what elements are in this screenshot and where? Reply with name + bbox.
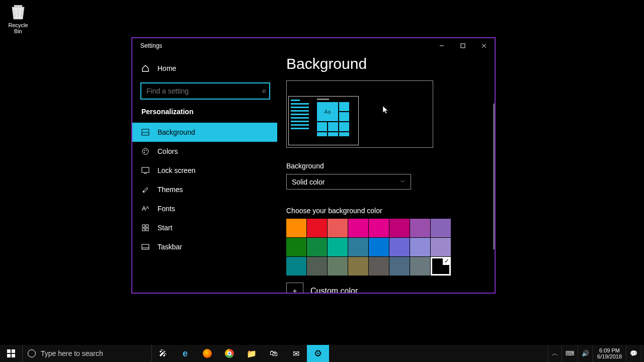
sidebar-item-label: Colors [157, 147, 178, 155]
sidebar-item-label: Fonts [157, 205, 175, 213]
color-swatch[interactable] [307, 219, 327, 237]
start-button[interactable] [0, 345, 22, 362]
close-button[interactable] [473, 38, 495, 53]
svg-rect-22 [12, 354, 15, 357]
svg-rect-14 [146, 225, 148, 227]
window-title: Settings [140, 42, 162, 49]
color-swatch[interactable] [286, 257, 306, 276]
picture-icon [141, 129, 149, 136]
svg-point-7 [144, 150, 145, 151]
taskbar-app-firefox[interactable] [196, 345, 218, 362]
sidebar-item-fonts[interactable]: AA Fonts [132, 199, 277, 218]
system-tray: ︿ ⌨ 🔊 6:09 PM 6/19/2018 💬 [548, 345, 644, 362]
sidebar-item-themes[interactable]: Themes [132, 180, 277, 199]
sidebar-item-taskbar[interactable]: Taskbar [132, 237, 277, 256]
search-input[interactable] [140, 82, 270, 100]
desktop-icon-recycle-bin[interactable]: Recycle Bin [4, 3, 32, 34]
color-swatch[interactable] [348, 238, 368, 256]
color-swatch[interactable] [328, 257, 348, 276]
show-desktop-button[interactable] [641, 345, 644, 362]
page-title: Background [286, 55, 495, 72]
recycle-bin-label: Recycle Bin [4, 22, 32, 34]
tray-clock[interactable]: 6:09 PM 6/19/2018 [593, 345, 626, 362]
color-swatch[interactable] [389, 238, 410, 256]
store-icon: 🛍︎ [270, 349, 278, 358]
color-swatch[interactable] [369, 219, 389, 237]
color-swatch[interactable] [286, 238, 306, 256]
background-type-dropdown[interactable]: Solid color ﹀ [286, 174, 411, 190]
color-swatch[interactable] [286, 219, 306, 237]
svg-rect-5 [142, 129, 149, 135]
keyboard-icon: ⌨ [566, 350, 574, 357]
scrollbar[interactable] [493, 104, 495, 249]
taskbar-app-store[interactable]: 🛍︎ [263, 345, 285, 362]
sidebar-item-colors[interactable]: Colors [132, 142, 277, 161]
gear-icon: ⚙ [314, 348, 322, 359]
clock-date: 6/19/2018 [597, 353, 622, 359]
svg-rect-0 [14, 5, 22, 7]
color-swatch[interactable] [431, 257, 451, 276]
windows-logo-icon [7, 349, 15, 357]
tray-volume-button[interactable]: 🔊 [578, 345, 593, 362]
svg-rect-15 [142, 228, 145, 231]
color-swatch[interactable] [389, 257, 410, 276]
color-swatch[interactable] [328, 219, 348, 237]
custom-color-button[interactable]: ＋ [286, 283, 303, 293]
color-swatch[interactable] [369, 238, 389, 256]
color-swatch[interactable] [389, 219, 410, 237]
start-icon [141, 224, 149, 231]
color-swatch[interactable] [431, 219, 451, 237]
folder-icon: 📁 [247, 349, 257, 358]
speaker-icon: 🔊 [582, 350, 589, 357]
taskbar-app-edge[interactable]: e [174, 345, 196, 362]
content-pane: Background Aa [277, 53, 495, 293]
color-swatch[interactable] [328, 238, 348, 256]
palette-icon [141, 147, 149, 155]
tray-overflow-button[interactable]: ︿ [548, 345, 561, 362]
svg-rect-2 [461, 44, 465, 48]
color-swatch[interactable] [307, 257, 327, 276]
color-swatch[interactable] [410, 257, 430, 276]
minimize-button[interactable] [431, 38, 452, 53]
svg-rect-20 [12, 349, 15, 353]
taskbar-app-settings[interactable]: ⚙ [307, 345, 329, 362]
color-grid [286, 219, 451, 276]
color-swatch[interactable] [410, 238, 430, 256]
custom-color-label: Custom color [310, 287, 358, 293]
sidebar-item-background[interactable]: Background [132, 123, 277, 142]
titlebar[interactable]: Settings [132, 38, 495, 53]
maximize-button[interactable] [452, 38, 473, 53]
svg-point-9 [144, 152, 145, 153]
taskbar: Type here to search 🎤︎ e 📁 🛍︎ ✉ ⚙ ︿ ⌨ 🔊 … [0, 345, 644, 362]
color-swatch[interactable] [307, 238, 327, 256]
taskbar-mic-button[interactable]: 🎤︎ [152, 345, 174, 362]
taskbar-search-placeholder: Type here to search [41, 349, 103, 357]
home-button[interactable]: Home [132, 58, 277, 78]
color-swatch[interactable] [348, 219, 368, 237]
tray-notifications-button[interactable]: 💬 [626, 345, 641, 362]
color-swatch[interactable] [410, 219, 430, 237]
taskbar-search[interactable]: Type here to search [22, 345, 152, 362]
lock-screen-icon [141, 167, 149, 174]
microphone-icon: 🎤︎ [159, 349, 167, 358]
tray-keyboard-button[interactable]: ⌨ [561, 345, 578, 362]
svg-rect-21 [7, 354, 11, 357]
sidebar-item-lock-screen[interactable]: Lock screen [132, 161, 277, 180]
mail-icon: ✉ [293, 349, 299, 358]
sidebar-item-start[interactable]: Start [132, 218, 277, 237]
home-label: Home [157, 64, 176, 72]
themes-icon [141, 186, 149, 194]
taskbar-app-file-explorer[interactable]: 📁 [240, 345, 263, 362]
background-field-label: Background [286, 162, 490, 170]
chevron-up-icon: ︿ [552, 349, 558, 358]
taskbar-app-chrome[interactable] [218, 345, 240, 362]
preview-tile: Aa [317, 102, 338, 121]
home-icon [141, 64, 149, 72]
color-swatch[interactable] [431, 238, 451, 256]
color-swatch[interactable] [348, 257, 368, 276]
color-swatch[interactable] [369, 257, 389, 276]
sidebar-item-label: Themes [157, 186, 183, 194]
settings-window: Settings Home ⌕ Personalization Backgrou… [131, 37, 496, 294]
taskbar-app-mail[interactable]: ✉ [285, 345, 307, 362]
cortana-icon [28, 349, 36, 357]
